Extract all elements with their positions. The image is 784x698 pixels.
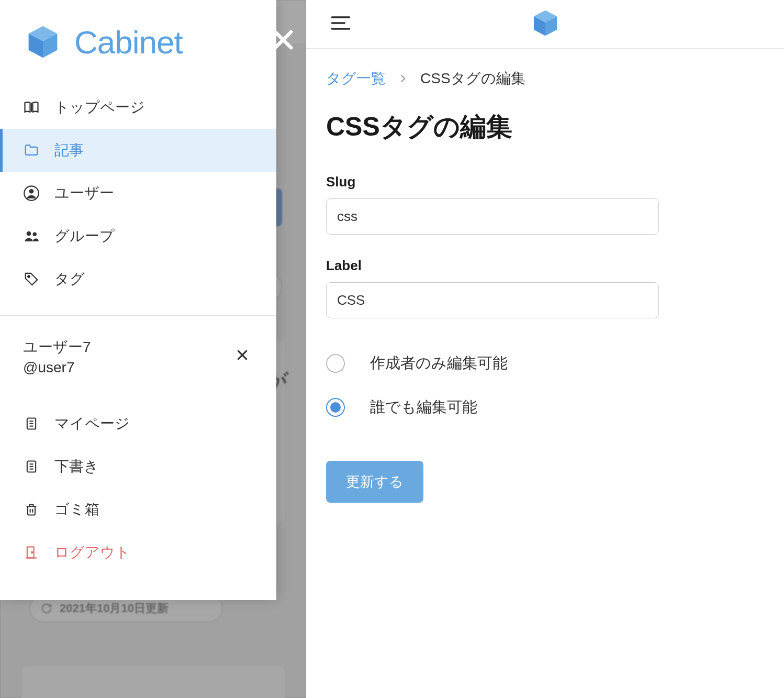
user-handle: @user7 bbox=[23, 359, 91, 376]
svg-point-10 bbox=[27, 231, 31, 236]
page-title: CSSタグの編集 bbox=[326, 109, 764, 145]
page-content: タグ一覧 CSSタグの編集 CSSタグの編集 Slug Label 作成者のみ編… bbox=[306, 49, 784, 523]
cube-icon bbox=[530, 8, 561, 38]
submit-button[interactable]: 更新する bbox=[326, 461, 423, 503]
nav-item-articles[interactable]: 記事 bbox=[0, 129, 276, 172]
nav-item-trash[interactable]: ゴミ箱 bbox=[0, 488, 276, 531]
nav-item-drafts[interactable]: 下書き bbox=[0, 445, 276, 488]
radio-icon bbox=[326, 354, 345, 373]
close-icon bbox=[236, 348, 249, 362]
radio-icon bbox=[326, 398, 345, 417]
page-header bbox=[306, 0, 784, 49]
label-label: Label bbox=[326, 258, 764, 274]
nav-label: ゴミ箱 bbox=[54, 500, 99, 519]
user-display-name: ユーザー7 bbox=[23, 336, 91, 359]
radio-anyone[interactable]: 誰でも編集可能 bbox=[326, 385, 764, 429]
slug-input[interactable] bbox=[326, 198, 659, 235]
nav-item-toppage[interactable]: トップページ bbox=[0, 86, 276, 129]
nav-label: 下書き bbox=[54, 457, 99, 477]
nav-label: ユーザー bbox=[54, 183, 114, 203]
nav-label: ログアウト bbox=[54, 542, 130, 562]
people-icon bbox=[23, 228, 40, 245]
user-circle-icon bbox=[23, 185, 40, 202]
hamburger-icon bbox=[328, 12, 353, 35]
nav-item-groups[interactable]: グループ bbox=[0, 215, 276, 258]
radio-label: 誰でも編集可能 bbox=[370, 397, 477, 418]
nav-label: グループ bbox=[54, 226, 115, 246]
book-icon bbox=[23, 99, 40, 116]
trash-icon bbox=[23, 501, 40, 518]
nav-label: マイページ bbox=[54, 414, 130, 434]
breadcrumb-link-tags[interactable]: タグ一覧 bbox=[326, 69, 386, 88]
primary-nav: トップページ 記事 ユーザー グループ bbox=[0, 75, 276, 311]
nav-item-mypage[interactable]: マイページ bbox=[0, 402, 276, 445]
svg-point-11 bbox=[33, 232, 37, 237]
breadcrumb: タグ一覧 CSSタグの編集 bbox=[326, 69, 764, 88]
chevron-right-icon bbox=[398, 71, 408, 87]
svg-point-27 bbox=[31, 552, 32, 553]
document-icon bbox=[23, 415, 40, 432]
close-drawer-button[interactable] bbox=[270, 26, 297, 56]
cube-icon bbox=[24, 23, 62, 61]
left-mobile-view: 作成 時が 2021年10月10日更新 Cabinet bbox=[0, 0, 306, 698]
nav-divider bbox=[0, 315, 276, 316]
brand-name: Cabinet bbox=[74, 24, 183, 61]
side-drawer: Cabinet トップページ 記事 ユーザー bbox=[0, 0, 276, 600]
nav-item-logout[interactable]: ログアウト bbox=[0, 531, 276, 574]
label-input[interactable] bbox=[326, 282, 659, 318]
menu-button[interactable] bbox=[328, 12, 353, 37]
svg-point-9 bbox=[29, 189, 34, 194]
folder-icon bbox=[23, 142, 40, 159]
edit-tag-form: Slug Label 作成者のみ編集可能 誰でも編集可能 更新する bbox=[326, 174, 764, 503]
header-logo[interactable] bbox=[530, 8, 561, 40]
right-mobile-view: タグ一覧 CSSタグの編集 CSSタグの編集 Slug Label 作成者のみ編… bbox=[306, 0, 784, 698]
document-icon bbox=[23, 458, 40, 475]
collapse-user-button[interactable] bbox=[231, 341, 253, 370]
nav-item-users[interactable]: ユーザー bbox=[0, 172, 276, 215]
user-block: ユーザー7 @user7 bbox=[0, 320, 276, 392]
nav-label: 記事 bbox=[54, 140, 84, 160]
brand-logo[interactable]: Cabinet bbox=[0, 0, 276, 75]
tag-icon bbox=[23, 271, 40, 287]
user-nav: マイページ 下書き ゴミ箱 ログアウト bbox=[0, 392, 276, 584]
breadcrumb-current: CSSタグの編集 bbox=[420, 69, 525, 88]
svg-point-12 bbox=[28, 275, 30, 278]
nav-label: タグ bbox=[54, 269, 85, 289]
close-icon bbox=[270, 26, 297, 53]
nav-label: トップページ bbox=[54, 97, 145, 117]
nav-item-tags[interactable]: タグ bbox=[0, 258, 276, 301]
radio-label: 作成者のみ編集可能 bbox=[370, 353, 508, 374]
slug-label: Slug bbox=[326, 174, 764, 190]
edit-permission-radio-group: 作成者のみ編集可能 誰でも編集可能 bbox=[326, 341, 764, 429]
door-icon bbox=[23, 544, 40, 561]
radio-owner-only[interactable]: 作成者のみ編集可能 bbox=[326, 341, 764, 385]
